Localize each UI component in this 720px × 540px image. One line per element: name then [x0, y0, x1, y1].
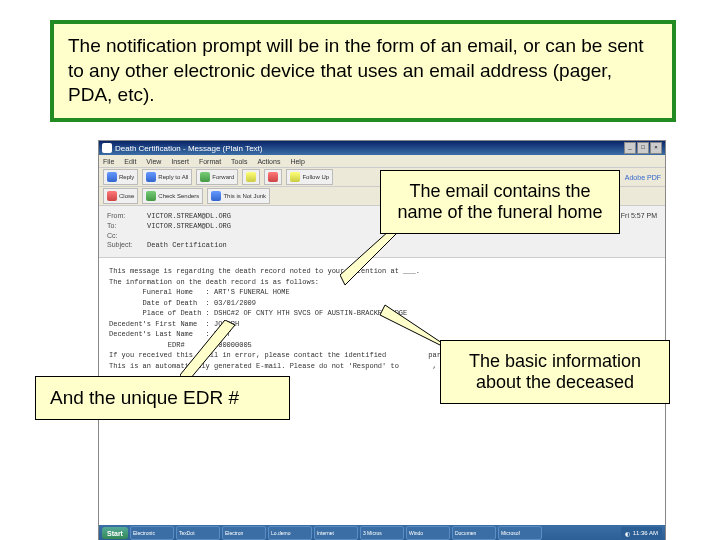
callout-edr-number: And the unique EDR # [35, 376, 290, 420]
taskbar-item[interactable]: Microsof [498, 526, 542, 540]
taskbar-item[interactable]: Documen [452, 526, 496, 540]
titlebar: Death Certification - Message (Plain Tex… [99, 141, 665, 155]
delete-button[interactable] [264, 169, 282, 185]
taskbar-item[interactable]: Lo.demo [268, 526, 312, 540]
menu-item[interactable]: Format [199, 158, 221, 165]
menu-item[interactable]: View [146, 158, 161, 165]
cc-label: Cc: [107, 232, 147, 239]
taskbar-item[interactable]: 3 Micros [360, 526, 404, 540]
taskbar-item[interactable]: Internet [314, 526, 358, 540]
to-value: VICTOR.STREAM@DL.ORG [147, 222, 231, 230]
menu-item[interactable]: Insert [171, 158, 189, 165]
clock: 11:36 AM [633, 530, 658, 536]
window-title: Death Certification - Message (Plain Tex… [115, 144, 262, 153]
menu-item[interactable]: Help [290, 158, 304, 165]
sent-value: Fri 5:57 PM [621, 212, 657, 220]
print-button[interactable] [242, 169, 260, 185]
forward-button[interactable]: Forward [196, 169, 238, 185]
taskbar-tray: ◐11:36 AM [621, 527, 662, 539]
taskbar-item[interactable]: Electron [222, 526, 266, 540]
top-callout: The notification prompt will be in the f… [50, 20, 676, 122]
to-label: To: [107, 222, 147, 230]
close-button[interactable]: × [650, 142, 662, 154]
reply-all-button[interactable]: Reply to All [142, 169, 192, 185]
callout-deceased-info: The basic information about the deceased [440, 340, 670, 404]
start-button[interactable]: Start [102, 527, 128, 539]
close-msg-button[interactable]: Close [103, 188, 138, 204]
not-junk-button[interactable]: This is Not Junk [207, 188, 270, 204]
maximize-button[interactable]: □ [637, 142, 649, 154]
taskbar-item[interactable]: Windo [406, 526, 450, 540]
adobe-pdf-label: Adobe PDF [625, 174, 661, 181]
menu-bar: File Edit View Insert Format Tools Actio… [99, 155, 665, 168]
menu-item[interactable]: Actions [257, 158, 280, 165]
menu-item[interactable]: Edit [124, 158, 136, 165]
menu-item[interactable]: File [103, 158, 114, 165]
taskbar: Start Electronic TexDot Electron Lo.demo… [99, 525, 665, 540]
mail-icon [102, 143, 112, 153]
taskbar-item[interactable]: Electronic [130, 526, 174, 540]
tray-icon: ◐ [625, 530, 630, 537]
followup-button[interactable]: Follow Up [286, 169, 333, 185]
callout-funeral-home: The email contains the name of the funer… [380, 170, 620, 234]
subject-label: Subject: [107, 241, 147, 249]
minimize-button[interactable]: _ [624, 142, 636, 154]
from-value: VICTOR.STREAM@DL.ORG [147, 212, 231, 220]
menu-item[interactable]: Tools [231, 158, 247, 165]
taskbar-item[interactable]: TexDot [176, 526, 220, 540]
from-label: From: [107, 212, 147, 220]
subject-value: Death Certification [147, 241, 227, 249]
reply-button[interactable]: Reply [103, 169, 138, 185]
check-senders-button[interactable]: Check Senders [142, 188, 203, 204]
